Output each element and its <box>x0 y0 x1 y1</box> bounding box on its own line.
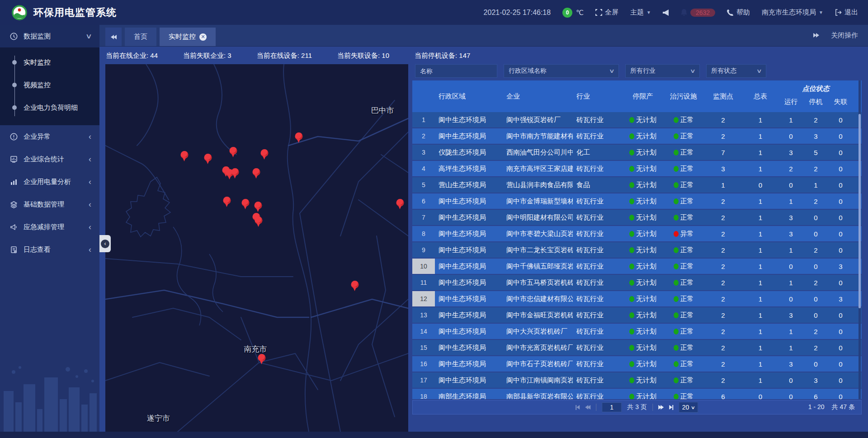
industry-filter-select[interactable]: 所有行业 ∨ <box>625 64 700 78</box>
sidebar-group-6[interactable]: 日志查看‹ <box>0 238 99 261</box>
cell-region-text: 南部生态环境局 <box>439 392 486 400</box>
cell-monitor: 2 <box>704 128 742 144</box>
cell-company: 南部县新华页岩有限公 <box>503 389 573 399</box>
cell-lost-text: 0 <box>839 132 842 140</box>
table-row-3[interactable]: 3仪陇生态环境局西南油气田分公司川中化工无计划正常71350 <box>412 145 862 160</box>
map-pin-2[interactable] <box>229 147 237 158</box>
tab-home[interactable]: 首页 <box>125 28 156 46</box>
page-number-input[interactable]: 1 <box>602 402 622 412</box>
table-row-11[interactable]: 11阆中生态环境局阆中市五马桥页岩机砖砖瓦行业无计划正常21120 <box>412 275 862 290</box>
table-row-13[interactable]: 13阆中生态环境局阆中市金福旺页岩机砖砖瓦行业无计划正常21300 <box>412 307 862 323</box>
sidebar-item-视频监控[interactable]: 视频监控 <box>0 74 99 96</box>
tab-home-label: 首页 <box>134 33 147 41</box>
first-page-button[interactable] <box>576 405 580 410</box>
cell-index-text: 14 <box>420 328 427 335</box>
map-pin-9[interactable] <box>223 197 231 207</box>
sidebar-collapse-handle[interactable]: ‹ <box>99 235 111 252</box>
name-input[interactable] <box>420 67 492 75</box>
sidebar-group-5[interactable]: 应急减排管理‹ <box>0 216 99 238</box>
cell-monitor-text: 3 <box>721 165 725 173</box>
map-pin-13[interactable] <box>255 217 263 227</box>
status-dot-green <box>629 377 634 383</box>
prev-page-button[interactable] <box>585 405 590 410</box>
tab-realtime-monitor[interactable]: 实时监控 ✕ <box>160 28 216 46</box>
sidebar-item-实时监控[interactable]: 实时监控 <box>0 51 99 74</box>
cell-monitor: 2 <box>704 356 742 372</box>
cell-lost-text: 0 <box>839 181 842 189</box>
cell-meter: 1 <box>742 210 778 225</box>
map-pin-10[interactable] <box>242 199 250 210</box>
name-filter-input[interactable] <box>415 64 497 78</box>
map-pin-8[interactable] <box>253 168 260 179</box>
cell-facility: 正常 <box>663 324 704 339</box>
tabs-scroll-left-button[interactable] <box>105 28 122 46</box>
next-page-button[interactable] <box>658 405 664 410</box>
cell-facility: 正常 <box>663 112 704 127</box>
announcement-toggle-button[interactable] <box>663 9 669 16</box>
cell-plan: 无计划 <box>623 145 663 160</box>
theme-dropdown[interactable]: 主题 ▼ <box>630 8 651 17</box>
map-pin-15[interactable] <box>351 281 359 292</box>
skyline-decoration <box>0 359 99 432</box>
table-row-5[interactable]: 5营山生态环境局营山县润丰肉食品有限食品无计划正常10010 <box>412 177 862 193</box>
table-row-15[interactable]: 15阆中生态环境局阆中市光富页岩机砖厂砖瓦行业无计划正常21120 <box>412 340 862 355</box>
map-pin-0[interactable] <box>180 151 188 162</box>
table-row-7[interactable]: 7阆中生态环境局阆中明阳建材有限公司砖瓦行业无计划正常21300 <box>412 210 862 225</box>
sidebar-group-2[interactable]: 企业综合统计‹ <box>0 148 99 170</box>
map-pin-11[interactable] <box>254 202 262 212</box>
sidebar-group-4[interactable]: 基础数据管理‹ <box>0 193 99 216</box>
table-row-18[interactable]: 18南部生态环境局南部县新华页岩有限公砖瓦行业无计划正常60060 <box>412 389 862 399</box>
cell-lost: 0 <box>828 242 853 258</box>
map-pin-7[interactable] <box>231 168 239 179</box>
table-row-14[interactable]: 14阆中生态环境局阆中大兴页岩机砖厂砖瓦行业无计划正常21120 <box>412 324 862 339</box>
cell-region: 阆中生态环境局 <box>435 340 503 355</box>
org-dropdown[interactable]: 南充市生态环境局 ▼ <box>762 8 823 17</box>
status-dot-green <box>629 345 634 351</box>
page-size-select[interactable]: 20 ∨ <box>679 402 698 413</box>
table-row-16[interactable]: 16阆中生态环境局阆中市石子页岩机砖厂砖瓦行业无计划正常21300 <box>412 356 862 372</box>
cell-region: 阆中生态环境局 <box>435 324 503 339</box>
table-row-4[interactable]: 4高坪生态环境局南充市高坪区王家店建砖瓦行业无计划正常31220 <box>412 161 862 176</box>
table-row-1[interactable]: 1阆中生态环境局阆中强锐页岩砖厂砖瓦行业无计划正常21120 <box>412 112 862 127</box>
sidebar-item-企业电力负荷明细[interactable]: 企业电力负荷明细 <box>0 96 99 119</box>
status-filter-select[interactable]: 所有状态 ∨ <box>706 64 766 78</box>
cell-industry-text: 砖瓦行业 <box>576 230 604 238</box>
close-icon[interactable]: ✕ <box>199 33 207 41</box>
help-button[interactable]: 帮助 <box>727 8 750 17</box>
map-pin-3[interactable] <box>260 149 268 160</box>
region-filter-select[interactable]: 行政区域名称 ∨ <box>504 64 619 78</box>
map-panel[interactable]: 巴中市南充市遂宁市 <box>105 64 408 432</box>
sidebar-group-3[interactable]: 企业用电量分析‹ <box>0 170 99 193</box>
cell-index: 12 <box>412 291 435 306</box>
sidebar-group-0[interactable]: 数据监测∨ <box>0 25 99 47</box>
map-pin-14[interactable] <box>396 199 404 210</box>
map-city-label-遂宁市: 遂宁市 <box>147 413 170 423</box>
scrollbar-thumb[interactable] <box>859 114 861 308</box>
table-row-6[interactable]: 6阆中生态环境局阆中市金博瑞新型墙材砖瓦行业无计划正常21120 <box>412 193 862 209</box>
cell-region-text: 阆中生态环境局 <box>439 360 486 368</box>
table-scrollbar[interactable] <box>859 80 861 399</box>
megaphone-icon <box>10 223 18 231</box>
close-operations-button[interactable]: 关闭操作 <box>831 31 858 40</box>
table-body: 1阆中生态环境局阆中强锐页岩砖厂砖瓦行业无计划正常211202阆中生态环境局阆中… <box>412 112 862 399</box>
col-meter: 总表 <box>742 80 778 112</box>
chevron-down-icon: ∨ <box>691 405 695 410</box>
last-page-button[interactable] <box>669 405 673 410</box>
cell-stop-text: 3 <box>814 132 817 140</box>
notifications-button[interactable]: 2632 <box>680 9 715 17</box>
tabs-scroll-right-button[interactable] <box>813 33 819 38</box>
table-row-17[interactable]: 17阆中生态环境局阆中市江南镇阆南页岩砖瓦行业无计划正常21030 <box>412 372 862 388</box>
table-row-10[interactable]: 10阆中生态环境局阆中千佛镇五郎垭页岩砖瓦行业无计划正常21003 <box>412 259 862 274</box>
table-row-8[interactable]: 8阆中生态环境局阆中市枣碧大梁山页岩砖瓦行业无计划异常21300 <box>412 226 862 241</box>
table-row-2[interactable]: 2阆中生态环境局阆中市南方节能建材有砖瓦行业无计划正常21030 <box>412 128 862 144</box>
sidebar-group-1[interactable]: 企业异常‹ <box>0 125 99 148</box>
table-row-9[interactable]: 9阆中生态环境局阆中市二龙长宝页岩砖砖瓦行业无计划正常21120 <box>412 242 862 258</box>
map-pin-16[interactable] <box>258 354 265 365</box>
logout-button[interactable]: 退出 <box>835 8 858 17</box>
table-row-12[interactable]: 12阆中生态环境局阆中市忠信建材有限公砖瓦行业无计划正常21003 <box>412 291 862 306</box>
cell-monitor-text: 2 <box>721 311 725 319</box>
map-pin-4[interactable] <box>295 132 303 143</box>
fullscreen-button[interactable]: 全屏 <box>595 8 618 17</box>
map-pin-1[interactable] <box>204 154 212 165</box>
cell-stop-text: 6 <box>814 393 817 400</box>
